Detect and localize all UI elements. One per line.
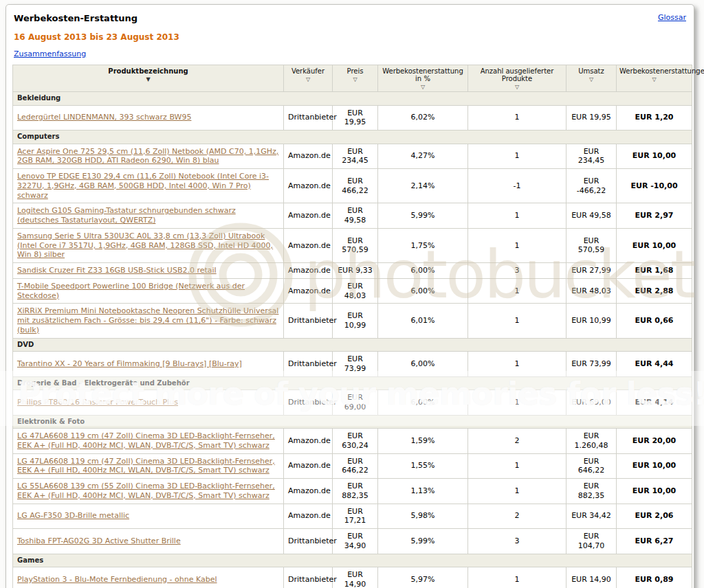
fee-cell: EUR 6,27 (617, 529, 692, 554)
sort-arrow-icon[interactable]: ▽ (619, 76, 689, 82)
product-link[interactable]: Toshiba FPT-AG02G 3D Active Shutter Bril… (17, 536, 181, 545)
column-header-5[interactable]: Umsatz▽ (566, 65, 617, 92)
seller-cell: Drittanbieter (284, 390, 333, 416)
seller-cell: Drittanbieter (284, 567, 333, 588)
product-cell: Samsung Serie 5 Ultra 530U3C A0L 33,8 cm… (13, 228, 284, 262)
fee-cell: EUR 4,14 (617, 390, 692, 416)
table-row: LG 55LA6608 139 cm (55 Zoll) Cinema 3D L… (13, 479, 692, 504)
product-link[interactable]: LG 47LA6608 119 cm (47 Zoll) Cinema 3D L… (17, 457, 275, 475)
price-cell: EUR 69,00 (333, 390, 378, 416)
revenue-cell: EUR 10,99 (566, 304, 617, 338)
price-cell: EUR 882,35 (333, 479, 378, 504)
sort-arrow-icon[interactable]: ▽ (381, 84, 465, 90)
category-label: Drogerie & Bad - Elektrogeräte und Zubeh… (13, 376, 692, 390)
product-link[interactable]: PlayStation 3 - Blu-Mote Fernbedienung -… (17, 575, 217, 584)
product-link[interactable]: Philips PT860/16 Rasierer PowerTouch Plu… (17, 398, 178, 407)
seller-cell: Amazon.de (284, 429, 333, 454)
price-cell: EUR 10,99 (333, 304, 378, 338)
fee-cell: EUR 1,68 (617, 263, 692, 279)
category-label: Elektronik & Foto (13, 415, 692, 429)
product-link[interactable]: Acer Aspire One 725 29,5 cm (11,6 Zoll) … (17, 147, 278, 166)
product-link[interactable]: XiRRiX Premium Mini Notebooktasche Neopr… (17, 306, 278, 335)
percent-cell: 5,99% (378, 203, 468, 229)
quantity-cell: 3 (468, 263, 566, 279)
product-cell: LG AG-F350 3D-Brille metallic (13, 504, 284, 529)
quantity-cell: 1 (468, 390, 566, 416)
column-header-label: Produktbezeichnung (108, 67, 188, 75)
price-cell: EUR 630,24 (333, 429, 378, 454)
product-link[interactable]: Tarantino XX - 20 Years of Filmmaking [9… (17, 359, 242, 368)
category-row: Games (13, 554, 692, 567)
column-header-label: Anzahl ausgelieferter Produkte (481, 67, 554, 82)
sort-arrow-icon[interactable]: ▽ (471, 84, 563, 90)
price-cell: EUR 570,59 (333, 228, 378, 262)
category-label: Bekleidung (13, 92, 692, 106)
category-row: Computers (13, 131, 692, 144)
report-panel-header: Werbekosten-Erstattung Glossar (12, 10, 688, 25)
column-header-1[interactable]: Verkäufer▽ (284, 65, 333, 92)
seller-cell: Drittanbieter (284, 529, 333, 554)
revenue-cell: EUR 73,99 (566, 352, 617, 377)
column-header-4[interactable]: Anzahl ausgelieferter Produkte▽ (468, 65, 566, 92)
fee-cell: EUR 1,20 (617, 105, 692, 131)
product-cell: Logitech G105 Gaming-Tastatur schnurgebu… (13, 203, 284, 229)
revenue-cell: EUR 14,90 (566, 567, 617, 588)
revenue-cell: EUR 27,99 (566, 263, 617, 279)
column-header-2[interactable]: Preis▽ (333, 65, 378, 92)
sort-arrow-icon[interactable]: ▽ (287, 76, 329, 82)
report-header-row: Produktbezeichnung▼Verkäufer▽Preis▽Werbe… (13, 65, 692, 92)
percent-cell: 4,27% (378, 144, 468, 169)
sort-arrow-icon[interactable]: ▽ (336, 76, 375, 82)
column-header-label: Werbekostenerstattungen (619, 67, 704, 75)
sort-arrow-icon[interactable]: ▽ (569, 76, 613, 82)
quantity-cell: 2 (468, 429, 566, 454)
category-label: Computers (13, 131, 692, 144)
product-link[interactable]: Samsung Serie 5 Ultra 530U3C A0L 33,8 cm… (17, 231, 273, 260)
report-table-body: BekleidungLedergürtel LINDENMANN, 393 sc… (13, 92, 692, 588)
product-link[interactable]: T-Mobile Speedport Powerline 100 Bridge … (17, 282, 245, 300)
table-row: Acer Aspire One 725 29,5 cm (11,6 Zoll) … (13, 144, 692, 169)
revenue-cell: EUR 234,45 (566, 144, 617, 169)
summary-link[interactable]: Zusammenfassung (14, 49, 86, 58)
column-header-0[interactable]: Produktbezeichnung▼ (13, 65, 284, 92)
seller-cell: Drittanbieter (284, 105, 333, 131)
product-cell: LG 47LA6608 119 cm (47 Zoll) Cinema 3D L… (13, 453, 284, 479)
product-link[interactable]: Ledergürtel LINDENMANN, 393 schwarz BW95 (17, 113, 191, 122)
percent-cell: 6,00% (378, 390, 468, 416)
product-link[interactable]: Lenovo TP EDGE E130 29,4 cm (11,6 Zoll) … (17, 172, 269, 200)
table-row: Philips PT860/16 Rasierer PowerTouch Plu… (13, 390, 692, 416)
product-link[interactable]: LG 55LA6608 139 cm (55 Zoll) Cinema 3D L… (17, 482, 275, 500)
quantity-cell: 1 (468, 228, 566, 262)
glossary-link[interactable]: Glossar (658, 13, 686, 22)
column-header-label: Preis (347, 67, 364, 75)
product-cell: Sandisk Cruzer Fit Z33 16GB USB-Stick US… (13, 263, 284, 279)
fee-cell: EUR 10,00 (617, 144, 692, 169)
sort-arrow-active-icon[interactable]: ▼ (16, 76, 280, 82)
product-link[interactable]: LG 47LA6608 119 cm (47 Zoll) Cinema 3D L… (17, 431, 275, 450)
product-link[interactable]: Logitech G105 Gaming-Tastatur schnurgebu… (17, 206, 236, 225)
product-link[interactable]: Sandisk Cruzer Fit Z33 16GB USB-Stick US… (17, 266, 217, 275)
seller-cell: Amazon.de (284, 263, 333, 279)
price-cell: EUR 17,21 (333, 504, 378, 529)
percent-cell: 5,98% (378, 504, 468, 529)
price-cell: EUR 73,99 (333, 352, 378, 377)
category-label: DVD (13, 338, 692, 352)
table-row: LG AG-F350 3D-Brille metallicAmazon.deEU… (13, 504, 692, 529)
fee-cell: EUR 10,00 (617, 453, 692, 479)
table-row: PlayStation 3 - Blu-Mote Fernbedienung -… (13, 567, 692, 588)
table-row: Samsung Serie 5 Ultra 530U3C A0L 33,8 cm… (13, 228, 692, 262)
percent-cell: 1,59% (378, 429, 468, 454)
percent-cell: 5,97% (378, 567, 468, 588)
product-cell: Acer Aspire One 725 29,5 cm (11,6 Zoll) … (13, 144, 284, 169)
fee-cell: EUR 2,88 (617, 278, 692, 304)
table-row: Ledergürtel LINDENMANN, 393 schwarz BW95… (13, 105, 692, 131)
seller-cell: Amazon.de (284, 144, 333, 169)
column-header-3[interactable]: Werbekostenerstattung in %▽ (378, 65, 468, 92)
column-header-label: Werbekostenerstattung in % (382, 67, 463, 82)
percent-cell: 6,00% (378, 352, 468, 377)
revenue-cell: EUR 570,59 (566, 228, 617, 262)
category-row: Elektronik & Foto (13, 415, 692, 429)
product-cell: Philips PT860/16 Rasierer PowerTouch Plu… (13, 390, 284, 416)
column-header-6[interactable]: Werbekostenerstattungen▽ (617, 65, 692, 92)
product-link[interactable]: LG AG-F350 3D-Brille metallic (17, 511, 129, 520)
